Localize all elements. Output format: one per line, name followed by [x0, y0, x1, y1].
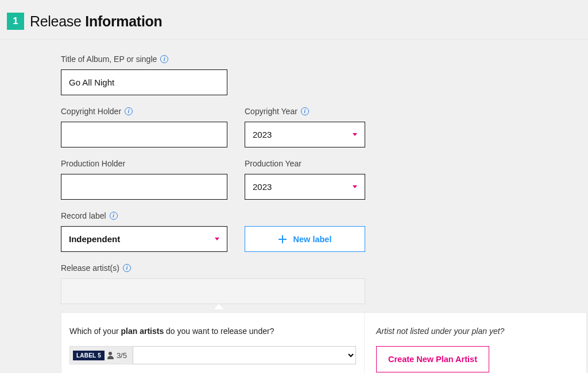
label-copyright-holder: Copyright Holder: [61, 107, 227, 116]
plan-select-row: LABEL 5 3/5: [69, 346, 356, 364]
plan-chip-wrap: LABEL 5 3/5: [69, 346, 133, 364]
person-icon: [107, 352, 114, 359]
field-record-label: Record label Independent: [61, 211, 227, 252]
label-release-artists: Release artist(s): [61, 263, 365, 273]
title-bold: Information: [85, 13, 162, 29]
production-holder-input[interactable]: [61, 174, 227, 200]
label-copyright-year: Copyright Year: [245, 107, 365, 116]
label-copyright-holder-text: Copyright Holder: [61, 107, 121, 116]
label-title-text: Title of Album, EP or single: [61, 55, 157, 64]
plan-chip: LABEL 5: [73, 351, 105, 360]
chevron-down-icon: [353, 133, 357, 136]
copyright-year-select[interactable]: 2023: [245, 122, 365, 147]
info-icon[interactable]: [125, 107, 133, 115]
info-icon[interactable]: [110, 212, 118, 220]
release-form: Title of Album, EP or single Copyright H…: [0, 40, 588, 373]
plan-right: Artist not listed under your plan yet? C…: [364, 312, 587, 373]
label-production-holder: Production Holder: [61, 159, 227, 168]
create-plan-artist-button[interactable]: Create New Plan Artist: [376, 346, 489, 372]
artist-not-listed-text: Artist not listed under your plan yet?: [376, 327, 569, 336]
field-production-year: Production Year 2023: [245, 159, 365, 200]
info-icon[interactable]: [301, 107, 309, 115]
label-production-year-text: Production Year: [245, 159, 301, 168]
plan-count: 3/5: [117, 351, 127, 360]
release-artists-input[interactable]: [61, 278, 365, 304]
plan-left: Which of your plan artists do you want t…: [61, 312, 364, 373]
production-year-value: 2023: [253, 182, 272, 192]
record-label-value: Independent: [69, 234, 120, 244]
production-year-select[interactable]: 2023: [245, 174, 365, 200]
label-record-label-text: Record label: [61, 211, 106, 220]
new-label-button-text: New label: [293, 235, 332, 244]
plan-question-suffix: do you want to release under?: [164, 327, 274, 336]
chevron-down-icon: [215, 238, 219, 240]
label-production-holder-text: Production Holder: [61, 159, 125, 168]
label-record-label: Record label: [61, 211, 227, 220]
plan-question: Which of your plan artists do you want t…: [69, 327, 356, 336]
field-copyright-year: Copyright Year 2023: [245, 107, 365, 147]
section-title: Release Information: [30, 13, 162, 30]
plan-artist-select[interactable]: [133, 346, 356, 364]
new-label-button[interactable]: New label: [245, 226, 365, 252]
label-release-artists-text: Release artist(s): [61, 263, 119, 273]
info-icon[interactable]: [123, 264, 131, 272]
info-icon[interactable]: [160, 55, 168, 63]
title-light: Release: [30, 13, 85, 29]
step-badge: 1: [7, 13, 24, 30]
plan-artist-panel: Which of your plan artists do you want t…: [61, 312, 587, 373]
plan-question-bold: plan artists: [121, 327, 164, 336]
field-copyright-holder: Copyright Holder: [61, 107, 227, 147]
section-header: 1 Release Information: [0, 0, 588, 40]
field-release-artists: Release artist(s): [61, 263, 365, 304]
plus-icon: [278, 235, 287, 243]
plan-question-prefix: Which of your: [69, 327, 121, 336]
chevron-down-icon: [353, 185, 357, 188]
label-copyright-year-text: Copyright Year: [245, 107, 297, 116]
copyright-holder-input[interactable]: [61, 122, 227, 147]
label-production-year: Production Year: [245, 159, 365, 168]
title-input[interactable]: [61, 69, 227, 95]
record-label-select[interactable]: Independent: [61, 226, 227, 252]
field-new-label: New label: [245, 211, 365, 252]
field-title: Title of Album, EP or single: [61, 55, 227, 95]
field-production-holder: Production Holder: [61, 159, 227, 200]
label-title: Title of Album, EP or single: [61, 55, 227, 64]
copyright-year-value: 2023: [253, 130, 272, 139]
